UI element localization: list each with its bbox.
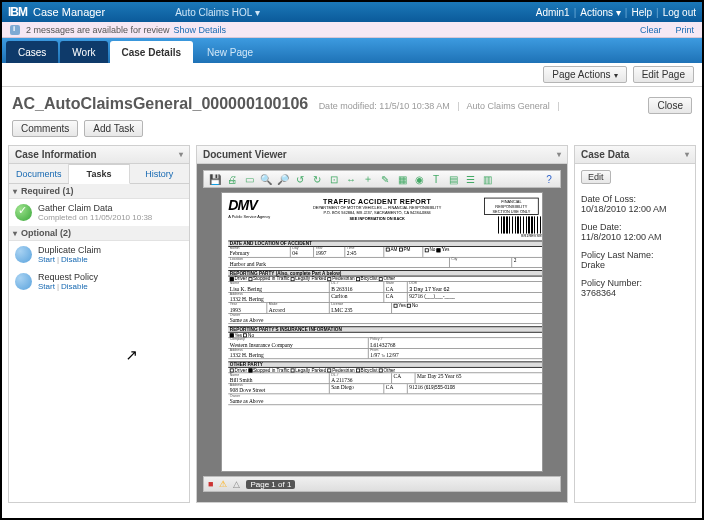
top-bar: IBM Case Manager Auto Claims HOL ▾ Admin… xyxy=(2,2,702,22)
top-right-links: Admin1| Actions ▾| Help| Log out xyxy=(536,7,696,18)
help-icon[interactable]: ? xyxy=(542,172,556,186)
viewer-status-bar: ■ ⚠ △ Page 1 of 1 xyxy=(203,476,561,492)
case-type: Auto Claims General xyxy=(467,101,550,111)
task-request-policy[interactable]: Request Policy Start|Disable xyxy=(9,268,189,295)
fit-width-icon[interactable]: ↔ xyxy=(344,172,358,186)
task-gather-claim-data[interactable]: Gather Claim Data Completed on 11/05/201… xyxy=(9,199,189,226)
message-strip: 2 messages are available for review Show… xyxy=(2,22,702,38)
show-details-link[interactable]: Show Details xyxy=(174,25,227,35)
case-title: AC_AutoClaimsGeneral_000000100106 xyxy=(12,95,308,112)
print-icon[interactable]: 🖨 xyxy=(225,172,239,186)
tab-work[interactable]: Work xyxy=(60,41,107,63)
disable-link[interactable]: Disable xyxy=(61,282,88,291)
page-actions-button[interactable]: Page Actions xyxy=(543,66,626,83)
rotate-right-icon[interactable]: ↻ xyxy=(310,172,324,186)
viewer-toolbar: 💾 🖨 ▭ 🔍 🔎 ↺ ↻ ⊡ ↔ ＋ ✎ ▦ ◉ T ▤ ☰ ▥ ? xyxy=(203,170,561,188)
fit-icon[interactable]: ▭ xyxy=(242,172,256,186)
actual-size-icon[interactable]: ⊡ xyxy=(327,172,341,186)
close-button[interactable]: Close xyxy=(648,97,692,114)
actions-menu[interactable]: Actions ▾ xyxy=(580,7,621,18)
logout-link[interactable]: Log out xyxy=(663,7,696,18)
status-complete-icon xyxy=(15,204,32,221)
task-duplicate-claim[interactable]: Duplicate Claim Start|Disable xyxy=(9,241,189,268)
panel-title-left: Case Information xyxy=(15,149,97,160)
main-columns: Case Information▾ Documents Tasks Histor… xyxy=(2,145,702,509)
document-page: DMV A Public Service Agency TRAFFIC ACCI… xyxy=(221,192,543,472)
rotate-left-icon[interactable]: ↺ xyxy=(293,172,307,186)
panel-title-right: Case Data xyxy=(581,149,629,160)
subtab-history[interactable]: History xyxy=(130,164,189,183)
user-link[interactable]: Admin1 xyxy=(536,7,570,18)
panel-title-mid: Document Viewer xyxy=(203,149,287,160)
help-link[interactable]: Help xyxy=(631,7,652,18)
tab-new-page[interactable]: New Page xyxy=(195,41,265,63)
status-pending-icon xyxy=(15,273,32,290)
redact-icon[interactable]: ▤ xyxy=(446,172,460,186)
start-link[interactable]: Start xyxy=(38,282,55,291)
barcode-icon xyxy=(497,216,543,233)
disable-link[interactable]: Disable xyxy=(61,255,88,264)
thumbnails-icon[interactable]: ▥ xyxy=(480,172,494,186)
nav-tabs: Cases Work Case Details New Page xyxy=(2,38,702,63)
context-dropdown[interactable]: Auto Claims HOL ▾ xyxy=(175,7,260,18)
message-text: 2 messages are available for review xyxy=(26,25,170,35)
annotate-icon[interactable]: ✎ xyxy=(378,172,392,186)
info-small-icon[interactable]: ⚠ xyxy=(219,479,227,489)
dmv-logo: DMV xyxy=(228,198,270,214)
comments-button[interactable]: Comments xyxy=(12,120,78,137)
clear-link[interactable]: Clear xyxy=(640,25,662,35)
document-viewer-panel: Document Viewer▾ 💾 🖨 ▭ 🔍 🔎 ↺ ↻ ⊡ ↔ ＋ ✎ ▦… xyxy=(196,145,568,503)
save-icon[interactable]: 💾 xyxy=(208,172,222,186)
actions-bar: Page Actions Edit Page xyxy=(2,63,702,87)
case-header: AC_AutoClaimsGeneral_000000100106 Date m… xyxy=(2,87,702,120)
tab-cases[interactable]: Cases xyxy=(6,41,58,63)
mouse-cursor-icon xyxy=(125,346,138,364)
zoom-in-icon[interactable]: 🔍 xyxy=(259,172,273,186)
highlight-icon[interactable]: ▦ xyxy=(395,172,409,186)
status-pending-icon xyxy=(15,246,32,263)
case-information-panel: Case Information▾ Documents Tasks Histor… xyxy=(8,145,190,503)
layers-icon[interactable]: ☰ xyxy=(463,172,477,186)
tab-case-details[interactable]: Case Details xyxy=(110,41,193,63)
modified-value: 11/5/10 10:38 AM xyxy=(379,101,450,111)
zoom-out-icon[interactable]: 🔎 xyxy=(276,172,290,186)
stamp-icon[interactable]: ◉ xyxy=(412,172,426,186)
add-task-button[interactable]: Add Task xyxy=(84,120,143,137)
required-section-header[interactable]: ▾Required (1) xyxy=(9,184,189,199)
edit-button[interactable]: Edit xyxy=(581,170,611,184)
subtab-tasks[interactable]: Tasks xyxy=(69,164,129,184)
case-data-panel: Case Data▾ Edit Date Of Loss:10/18/2010 … xyxy=(574,145,696,503)
info-icon xyxy=(10,25,20,35)
print-link[interactable]: Print xyxy=(675,25,694,35)
optional-section-header[interactable]: ▾Optional (2) xyxy=(9,226,189,241)
page-indicator: Page 1 of 1 xyxy=(246,480,295,489)
text-icon[interactable]: T xyxy=(429,172,443,186)
subtab-documents[interactable]: Documents xyxy=(9,164,69,183)
add-icon[interactable]: ＋ xyxy=(361,172,375,186)
edit-page-button[interactable]: Edit Page xyxy=(633,66,694,83)
modified-label: Date modified: xyxy=(319,101,377,111)
stop-icon[interactable]: ■ xyxy=(208,479,213,489)
app-title: Case Manager xyxy=(33,6,105,18)
start-link[interactable]: Start xyxy=(38,255,55,264)
ibm-logo: IBM xyxy=(8,5,27,19)
